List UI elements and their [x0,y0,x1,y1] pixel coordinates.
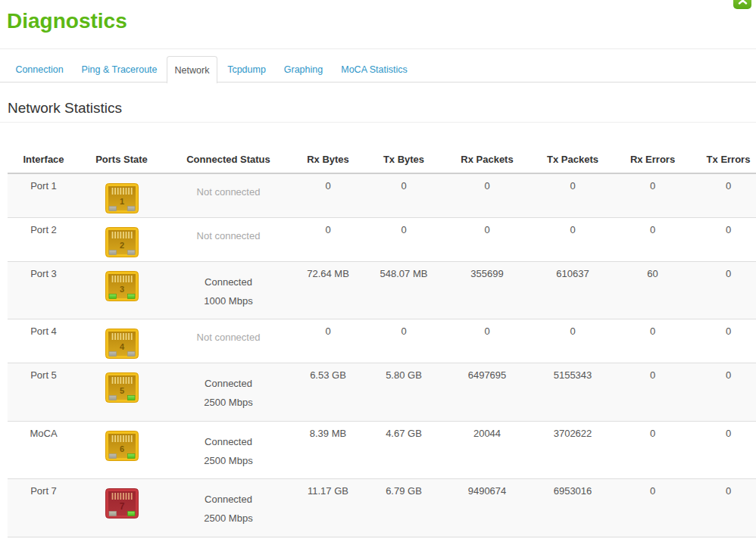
svg-text:7: 7 [119,501,124,512]
svg-text:5: 5 [119,386,123,395]
svg-text:6: 6 [119,444,123,453]
svg-text:4: 4 [119,342,124,351]
svg-text:3: 3 [119,285,123,294]
svg-text:2: 2 [119,241,123,250]
svg-text:1: 1 [119,197,123,206]
